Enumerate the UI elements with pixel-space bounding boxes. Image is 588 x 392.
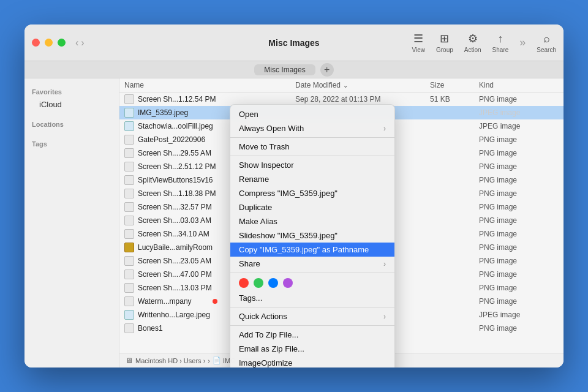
purple-tag-dot[interactable]: [283, 278, 293, 288]
file-icon: [124, 135, 134, 145]
green-tag-dot[interactable]: [254, 278, 263, 288]
favorites-heading: Favorites: [24, 86, 119, 98]
menu-item-add-to-zip[interactable]: Add To Zip File...: [230, 328, 394, 342]
view-button[interactable]: ☰ View: [412, 32, 426, 53]
file-icon: [124, 202, 134, 212]
search-icon: ⌕: [543, 32, 550, 45]
context-menu: Open Always Open With › Move to Trash Sh…: [230, 104, 395, 368]
menu-item-label: Add To Zip File...: [239, 330, 298, 339]
menu-item-always-open-with[interactable]: Always Open With ›: [230, 121, 394, 135]
menu-item-label: Always Open With: [239, 124, 304, 133]
menu-item-label: Show Inspector: [239, 160, 294, 170]
blue-tag-dot[interactable]: [268, 278, 278, 288]
action-button[interactable]: ⚙ Action: [464, 32, 481, 53]
menu-item-label: Tags...: [239, 293, 262, 303]
menu-separator: [230, 325, 394, 326]
file-kind: PNG image: [479, 203, 559, 211]
menu-item-tags[interactable]: Tags...: [230, 291, 394, 305]
menu-item-label: Open: [239, 110, 258, 119]
badge-indicator: [213, 299, 217, 304]
menu-item-label: Make Alias: [239, 217, 277, 226]
file-kind: JPEG image: [479, 311, 559, 319]
file-kind: PNG image: [479, 243, 559, 252]
back-arrow[interactable]: ‹: [75, 37, 78, 48]
file-icon: [124, 189, 134, 198]
menu-item-copy-pathname[interactable]: Copy "IMG_5359.jpeg" as Pathname: [230, 243, 394, 257]
file-icon: [124, 243, 134, 252]
add-tab-button[interactable]: +: [320, 63, 334, 77]
file-icon: [124, 148, 134, 158]
group-button[interactable]: ⊞ Group: [436, 32, 453, 53]
file-kind: JPEG image: [479, 122, 559, 130]
color-tags-row: [230, 275, 394, 291]
breadcrumb-text: Macintosh HD › Users ›: [135, 357, 205, 364]
menu-item-duplicate[interactable]: Duplicate: [230, 200, 394, 214]
menu-item-compress[interactable]: Compress "IMG_5359.jpeg": [230, 186, 394, 200]
file-icon: [124, 121, 134, 131]
file-icon: [124, 229, 134, 239]
menu-item-label: Slideshow "IMG_5359.jpeg": [239, 231, 337, 240]
close-button[interactable]: [32, 39, 40, 47]
titlebar: ‹ › Misc Images ☰ View ⊞ Group ⚙ Action …: [24, 24, 564, 61]
menu-separator: [230, 307, 394, 307]
menu-item-quick-actions[interactable]: Quick Actions ›: [230, 309, 394, 323]
menu-item-make-alias[interactable]: Make Alias: [230, 214, 394, 228]
menu-separator: [230, 273, 394, 273]
file-icon: [124, 162, 134, 172]
traffic-lights: [32, 39, 66, 47]
name-column-header[interactable]: Name: [124, 81, 295, 89]
menu-item-slideshow[interactable]: Slideshow "IMG_5359.jpeg": [230, 228, 394, 243]
menu-separator: [230, 156, 394, 156]
date-column-header[interactable]: Date Modified ⌄: [295, 81, 430, 89]
file-kind: PNG image: [479, 95, 559, 104]
menu-item-label: Compress "IMG_5359.jpeg": [239, 189, 337, 198]
menu-item-label: Share: [239, 259, 260, 268]
file-kind: PNG image: [479, 257, 559, 265]
active-tab[interactable]: Misc Images: [254, 64, 315, 75]
submenu-arrow-icon: ›: [383, 124, 386, 133]
file-breadcrumb-icon: 📄: [213, 356, 221, 364]
finder-window: ‹ › Misc Images ☰ View ⊞ Group ⚙ Action …: [24, 24, 564, 368]
file-kind: PNG image: [479, 176, 559, 184]
hd-icon: 🖥: [126, 356, 133, 365]
menu-item-email-as-zip[interactable]: Email as Zip File...: [230, 342, 394, 356]
file-kind: PNG image: [479, 162, 559, 171]
toolbar: ☰ View ⊞ Group ⚙ Action ↑ Share » ⌕ Sear…: [412, 32, 556, 53]
share-button[interactable]: ↑ Share: [492, 32, 509, 53]
size-column-header[interactable]: Size: [430, 81, 479, 89]
file-icon: [124, 270, 134, 279]
menu-item-open[interactable]: Open: [230, 107, 394, 121]
file-kind: JPEG image: [479, 108, 559, 117]
minimize-button[interactable]: [45, 39, 53, 47]
maximize-button[interactable]: [58, 39, 66, 47]
file-icon: [124, 175, 134, 185]
sidebar-item-icloud[interactable]: iCloud: [27, 98, 116, 111]
sidebar: Favorites iCloud Locations Tags: [24, 78, 119, 368]
forward-arrow[interactable]: ›: [81, 37, 84, 48]
menu-item-share[interactable]: Share ›: [230, 257, 394, 271]
file-kind: PNG image: [479, 324, 559, 333]
menu-item-show-inspector[interactable]: Show Inspector: [230, 158, 394, 172]
tags-section: Tags: [24, 138, 119, 150]
submenu-arrow-icon: ›: [383, 260, 386, 268]
menu-item-label: Duplicate: [239, 203, 272, 212]
menu-item-rename[interactable]: Rename: [230, 172, 394, 186]
tags-heading: Tags: [24, 138, 119, 150]
tabbar: Misc Images +: [24, 61, 564, 78]
file-icon: [124, 108, 134, 118]
search-button[interactable]: ⌕ Search: [537, 32, 556, 53]
menu-item-move-to-trash[interactable]: Move to Trash: [230, 140, 394, 154]
menu-item-imageoptimize[interactable]: ImageOptimize: [230, 356, 394, 368]
file-icon: [124, 94, 134, 104]
menu-separator: [230, 137, 394, 138]
menu-item-label: Move to Trash: [239, 142, 289, 151]
sort-arrow-icon: ⌄: [343, 82, 348, 89]
kind-column-header[interactable]: Kind: [479, 81, 559, 89]
file-icon: [124, 283, 134, 293]
window-title: Misc Images: [268, 38, 319, 48]
locations-section: Locations: [24, 118, 119, 130]
file-kind: PNG image: [479, 230, 559, 238]
more-button[interactable]: »: [519, 36, 526, 49]
file-kind: PNG image: [479, 149, 559, 157]
red-tag-dot[interactable]: [239, 278, 249, 288]
